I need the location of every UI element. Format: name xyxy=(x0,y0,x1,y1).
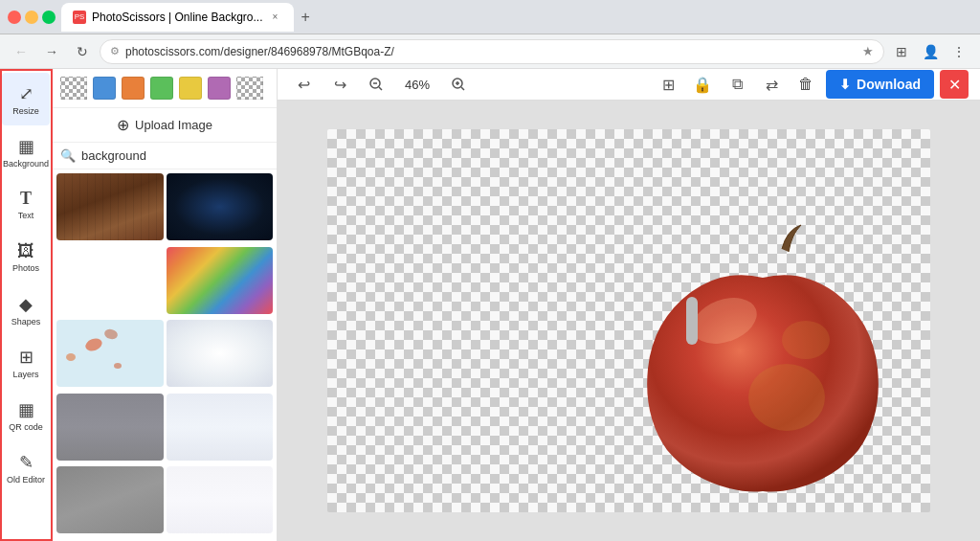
browser-nav-icons: ⊞ 👤 ⋮ xyxy=(888,38,972,65)
bg-thumb-wood[interactable] xyxy=(56,173,164,240)
canvas-toolbar: ↩ ↪ 46% ⊞ 🔒 ⧉ xyxy=(278,69,980,101)
flip-toolbar-button[interactable]: ⇄ xyxy=(757,70,786,99)
lock-toolbar-button[interactable]: 🔒 xyxy=(688,70,717,99)
shapes-icon: ◆ xyxy=(19,294,33,315)
download-button[interactable]: ⬇ Download xyxy=(826,70,934,99)
tab-bar: PS PhotoScissors | Online Backgro... × + xyxy=(0,0,980,34)
background-grid xyxy=(53,169,277,541)
qrcode-icon: ▦ xyxy=(18,399,34,420)
download-label: Download xyxy=(857,77,921,92)
close-icon: ✕ xyxy=(948,76,961,94)
bg-thumb-darkgray[interactable] xyxy=(56,466,164,533)
svg-line-6 xyxy=(461,87,464,90)
extensions-button[interactable]: ⊞ xyxy=(888,38,915,65)
layers-toolbar-button[interactable]: ⊞ xyxy=(654,70,682,99)
oldeditor-icon: ✎ xyxy=(19,452,33,473)
zoom-in-button[interactable] xyxy=(444,70,473,99)
color-swatch-purple[interactable] xyxy=(208,77,231,100)
tool-shapes[interactable]: ◆ Shapes xyxy=(2,283,50,336)
tool-oldeditor-label: Old Editor xyxy=(7,475,45,485)
text-icon: T xyxy=(20,189,32,209)
upload-icon: ⊕ xyxy=(117,116,129,134)
bg-thumb-verylight[interactable] xyxy=(167,466,274,533)
canvas-viewport xyxy=(278,101,980,541)
tool-resize[interactable]: ⤢ Resize xyxy=(2,73,50,125)
zoom-level: 46% xyxy=(398,78,436,92)
canvas-area: ↩ ↪ 46% ⊞ 🔒 ⧉ xyxy=(278,69,980,541)
color-swatch-green[interactable] xyxy=(150,77,173,100)
forward-button[interactable]: → xyxy=(38,38,65,65)
background-icon: ▦ xyxy=(18,136,34,157)
tools-sidebar: ⤢ Resize ▦ Background T Text 🖼 Photos ◆ … xyxy=(0,69,53,541)
address-bar[interactable]: ⚙ photoscissors.com/designer/846968978/M… xyxy=(100,39,884,64)
zoom-out-icon xyxy=(368,77,384,92)
app-container: ⤢ Resize ▦ Background T Text 🖼 Photos ◆ … xyxy=(0,69,980,541)
zoom-in-icon xyxy=(451,77,466,92)
background-panel: ⊕ Upload Image 🔍 xyxy=(53,69,278,541)
active-tab[interactable]: PS PhotoScissors | Online Backgro... × xyxy=(61,3,294,32)
tab-close-button[interactable]: × xyxy=(269,11,282,24)
svg-line-2 xyxy=(379,87,382,90)
bg-thumb-lightgray[interactable] xyxy=(56,247,164,314)
nav-bar: ← → ↻ ⚙ photoscissors.com/designer/84696… xyxy=(0,34,980,69)
bg-thumb-stripes[interactable] xyxy=(167,247,274,314)
transparent-swatch[interactable] xyxy=(60,77,87,100)
photos-icon: 🖼 xyxy=(17,241,34,261)
back-button[interactable]: ← xyxy=(8,38,34,65)
color-swatch-orange[interactable] xyxy=(122,77,145,100)
tool-oldeditor[interactable]: ✎ Old Editor xyxy=(2,441,50,494)
profile-button[interactable]: 👤 xyxy=(917,38,944,65)
undo-button[interactable]: ↩ xyxy=(289,70,318,99)
apple-image xyxy=(634,215,902,493)
bg-thumb-splatter[interactable] xyxy=(56,320,164,387)
search-box: 🔍 xyxy=(53,143,277,169)
tool-qrcode[interactable]: ▦ QR code xyxy=(2,389,50,441)
close-button[interactable]: ✕ xyxy=(940,70,969,99)
tool-background-label: Background xyxy=(3,159,49,169)
bg-thumb-white-light[interactable] xyxy=(167,320,274,387)
window-minimize-button[interactable] xyxy=(25,11,38,24)
new-tab-button[interactable]: + xyxy=(294,5,318,30)
bg-thumb-graytexture[interactable] xyxy=(56,394,164,461)
window-close-button[interactable] xyxy=(8,11,21,24)
svg-point-9 xyxy=(748,364,825,431)
tab-favicon: PS xyxy=(73,11,86,24)
window-maximize-button[interactable] xyxy=(42,11,56,24)
color-swatch-blue[interactable] xyxy=(93,77,116,100)
bg-thumb-darkspace[interactable] xyxy=(167,173,274,240)
download-icon: ⬇ xyxy=(839,77,851,92)
resize-icon: ⤢ xyxy=(19,83,33,104)
reload-button[interactable]: ↻ xyxy=(69,38,96,65)
pattern-swatch[interactable] xyxy=(236,77,263,100)
copy-toolbar-button[interactable]: ⧉ xyxy=(723,70,751,99)
zoom-out-button[interactable] xyxy=(362,70,390,99)
upload-image-button[interactable]: ⊕ Upload Image xyxy=(53,108,277,143)
menu-button[interactable]: ⋮ xyxy=(946,38,972,65)
tool-text[interactable]: T Text xyxy=(2,178,50,231)
tool-qrcode-label: QR code xyxy=(9,422,43,432)
url-text: photoscissors.com/designer/846968978/MtG… xyxy=(125,45,857,58)
layers-icon: ⊞ xyxy=(19,347,33,368)
search-icon: 🔍 xyxy=(60,148,76,163)
canvas-toolbar-right: ⊞ 🔒 ⧉ ⇄ 🗑 ⬇ Download ✕ xyxy=(654,70,969,99)
tool-photos-label: Photos xyxy=(12,263,39,273)
redo-button[interactable]: ↪ xyxy=(325,70,354,99)
color-toolbar xyxy=(53,69,277,108)
trash-toolbar-button[interactable]: 🗑 xyxy=(791,70,820,99)
bg-thumb-white-subtle[interactable] xyxy=(167,394,274,461)
tool-layers-label: Layers xyxy=(12,370,38,379)
tool-background[interactable]: ▦ Background xyxy=(2,125,50,178)
svg-point-10 xyxy=(782,321,830,359)
search-input[interactable] xyxy=(81,148,269,163)
window-controls xyxy=(8,11,56,24)
tool-photos[interactable]: 🖼 Photos xyxy=(2,231,50,283)
browser-tabs: PS PhotoScissors | Online Backgro... × + xyxy=(61,0,318,34)
upload-label: Upload Image xyxy=(135,118,212,132)
tool-layers[interactable]: ⊞ Layers xyxy=(2,336,50,389)
color-swatch-yellow[interactable] xyxy=(179,77,202,100)
tool-text-label: Text xyxy=(18,211,34,220)
tool-resize-label: Resize xyxy=(12,106,39,116)
scroll-handle[interactable] xyxy=(686,297,698,345)
tool-shapes-label: Shapes xyxy=(11,317,41,327)
canvas-content[interactable] xyxy=(327,129,930,512)
